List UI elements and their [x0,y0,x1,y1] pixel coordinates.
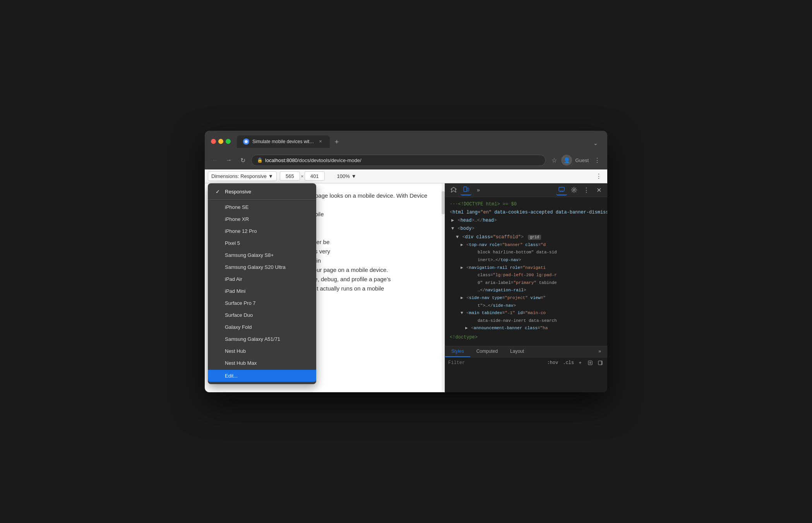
address-text: localhost:8080/docs/devtools/device-mode… [265,157,540,163]
profile-button[interactable]: 👤 [561,155,572,166]
dimensions-arrow: ▼ [268,173,273,179]
dropdown-item-nest-hub-max[interactable]: Nest Hub Max [208,357,316,369]
browser-menu-button[interactable]: ⋮ [592,155,603,166]
styles-tabs: Styles Computed Layout » [445,346,607,357]
height-input[interactable] [305,171,325,181]
dropdown-item-samsung-a51[interactable]: Samsung Galaxy A51/71 [208,333,316,345]
dropdown-label-nest-hub: Nest Hub [225,348,246,354]
dropdown-item-nest-hub[interactable]: Nest Hub [208,345,316,357]
dropdown-item-surface-duo[interactable]: Surface Duo [208,309,316,321]
devtools-panel: » ⋮ ✕ ···<!DO [445,183,607,392]
dropdown-item-ipad-mini[interactable]: iPad Mini [208,285,316,297]
doctype-bottom-text: <!doctype> [450,335,478,340]
traffic-lights [211,139,231,144]
html-top-nav-cont: block hairline-bottom" data-sid [447,249,606,256]
zoom-selector[interactable]: 100% ▼ [334,172,360,181]
toggle-sidebar-button[interactable] [596,359,604,367]
styles-tab-styles[interactable]: Styles [445,346,470,357]
html-root-line[interactable]: <html lang="en" data-cookies-accepted da… [447,209,606,217]
maximize-button[interactable] [226,139,231,144]
styles-tab-more[interactable]: » [592,346,607,357]
styles-tab-computed[interactable]: Computed [470,346,504,357]
styles-panel: Styles Computed Layout » :hov .cls + [445,346,607,392]
html-div-scaffold-line[interactable]: <div class="scaffold"> grid [447,233,606,241]
edit-devices-button[interactable]: Edit... [208,370,316,382]
html-top-nav-line[interactable]: <top-nav role="banner" class="d [447,241,606,249]
hov-button[interactable]: :hov [547,360,558,366]
reload-button[interactable]: ↻ [237,155,248,166]
sidenav-triangle [461,296,463,300]
dropdown-label-iphone-xr: iPhone XR [225,216,249,222]
check-icon: ✓ [216,189,222,195]
html-side-nav-line[interactable]: <side-nav type="project" view=" [447,294,606,302]
dropdown-item-samsung-s20[interactable]: Samsung Galaxy S20 Ultra [208,261,316,273]
dropdown-label-responsive: Responsive [225,189,251,195]
grid-badge: grid [528,235,541,240]
dropdown-label-iphone-12-pro: iPhone 12 Pro [225,228,257,234]
scrollbar-thumb[interactable] [442,191,445,214]
dropdown-label-samsung-s8: Samsung Galaxy S8+ [225,252,274,258]
close-button[interactable] [211,139,216,144]
more-options-button[interactable]: ⋮ [593,171,604,181]
dropdown-label-iphone-se: iPhone SE [225,204,248,210]
dropdown-item-pixel-5[interactable]: Pixel 5 [208,237,316,249]
dropdown-item-surface-pro-7[interactable]: Surface Pro 7 [208,297,316,309]
device-dropdown: ✓ Responsive iPhone SE iPhone XR iPhone … [208,183,316,384]
bookmarks-button[interactable]: ☆ [549,155,560,166]
url-path: /docs/devtools/device-mode/ [298,157,361,163]
html-main-line[interactable]: <main tabindex="-1" id="main-co [447,309,606,317]
svg-point-4 [573,189,575,191]
svg-rect-7 [601,361,602,365]
dimensions-selector[interactable]: Dimensions: Responsive ▼ [208,171,277,181]
dropdown-item-iphone-xr[interactable]: iPhone XR [208,213,316,225]
minimize-button[interactable] [218,139,223,144]
new-tab-button[interactable]: + [331,137,342,148]
device-mode-button[interactable] [461,185,471,195]
cls-button[interactable]: .cls [563,360,574,366]
dropdown-label-galaxy-fold: Galaxy Fold [225,324,252,330]
address-bar[interactable]: 🔒 localhost:8080/docs/devtools/device-mo… [251,155,546,166]
dropdown-label-surface-pro-7: Surface Pro 7 [225,300,256,306]
close-devtools-button[interactable]: ✕ [593,185,604,195]
edit-label: Edit... [225,373,238,379]
dropdown-item-galaxy-fold[interactable]: Galaxy Fold [208,321,316,333]
dropdown-item-iphone-se[interactable]: iPhone SE [208,201,316,213]
back-button[interactable]: ← [209,155,220,166]
new-style-rule-button[interactable] [586,359,594,367]
security-icon: 🔒 [257,157,263,163]
browser-viewport: Dimensions: Responsive ▼ × 100% ▼ ⋮ ✓ Re… [205,169,607,392]
html-nav-rail-line[interactable]: <navigation-rail role="navigati [447,264,606,272]
dropdown-item-iphone-12-pro[interactable]: iPhone 12 Pro [208,225,316,237]
dropdown-label-nest-hub-max: Nest Hub Max [225,360,257,366]
html-nav-rail-cont2: 0" aria-label="primary" tabinde [447,279,606,287]
dropdown-item-samsung-s8[interactable]: Samsung Galaxy S8+ [208,249,316,261]
width-input[interactable] [280,171,300,181]
html-announce-line[interactable]: <announcement-banner class="ha [447,325,606,332]
settings-button[interactable] [569,185,579,195]
console-message-button[interactable] [556,185,567,195]
active-tab[interactable]: Simulate mobile devices with D ✕ [237,135,330,148]
navrail-triangle [461,265,463,270]
forward-button[interactable]: → [223,155,234,166]
styles-tab-layout[interactable]: Layout [504,346,530,357]
styles-filter-input[interactable] [448,360,545,366]
more-tabs-button[interactable]: » [473,185,484,195]
dropdown-item-responsive[interactable]: ✓ Responsive [208,186,316,198]
page-scrollbar[interactable] [442,183,445,392]
html-panel: ···<!DOCTYPE html> == $0 <html lang="en"… [445,197,607,346]
tab-menu-button[interactable]: ⌄ [590,138,601,148]
html-body-open-line[interactable]: <body> [447,225,606,233]
devtools-options-button[interactable]: ⋮ [581,185,592,195]
html-head-line[interactable]: <head>…</head> [447,217,606,225]
inspect-tool-button[interactable] [448,185,459,195]
tab-close-button[interactable]: ✕ [317,138,324,145]
dropdown-label-ipad-air: iPad Air [225,276,242,282]
html-side-nav-end: t">…</side-nav> [447,302,606,310]
add-style-rule-button[interactable]: + [576,359,584,367]
topnav-triangle [461,243,463,247]
dropdown-label-samsung-a51: Samsung Galaxy A51/71 [225,336,280,342]
dropdown-item-ipad-air[interactable]: iPad Air [208,273,316,285]
tab-favicon [243,138,249,145]
nav-right-buttons: ☆ 👤 Guest ⋮ [549,155,603,166]
dimension-x: × [301,173,304,179]
